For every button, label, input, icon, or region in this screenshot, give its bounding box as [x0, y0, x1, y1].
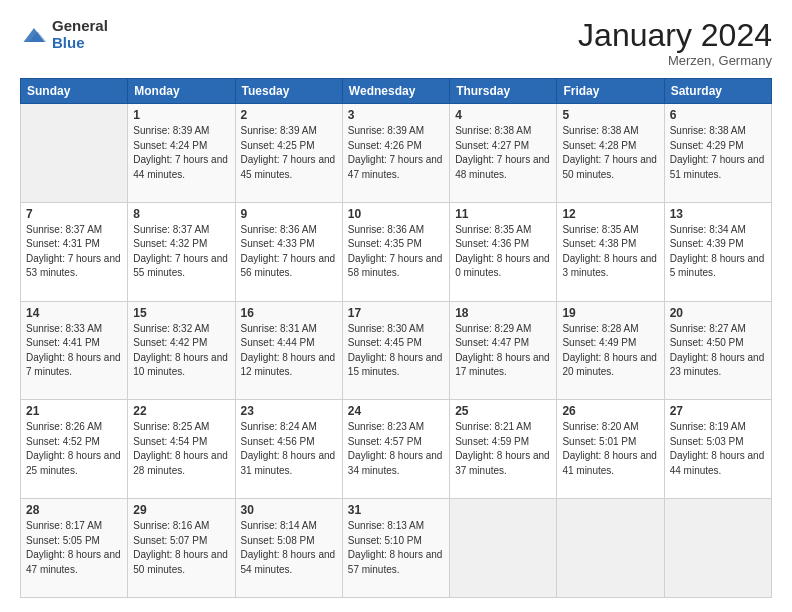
logo-icon — [20, 21, 48, 49]
col-monday: Monday — [128, 79, 235, 104]
cell-content: Sunrise: 8:36 AMSunset: 4:33 PMDaylight:… — [241, 223, 337, 281]
calendar-cell — [450, 499, 557, 598]
calendar-cell: 30Sunrise: 8:14 AMSunset: 5:08 PMDayligh… — [235, 499, 342, 598]
calendar-cell: 25Sunrise: 8:21 AMSunset: 4:59 PMDayligh… — [450, 400, 557, 499]
cell-content: Sunrise: 8:37 AMSunset: 4:31 PMDaylight:… — [26, 223, 122, 281]
cell-content: Sunrise: 8:32 AMSunset: 4:42 PMDaylight:… — [133, 322, 229, 380]
calendar-cell: 28Sunrise: 8:17 AMSunset: 5:05 PMDayligh… — [21, 499, 128, 598]
calendar-cell: 5Sunrise: 8:38 AMSunset: 4:28 PMDaylight… — [557, 104, 664, 203]
day-number: 5 — [562, 108, 658, 122]
day-number: 14 — [26, 306, 122, 320]
day-number: 20 — [670, 306, 766, 320]
day-number: 15 — [133, 306, 229, 320]
calendar-week-0: 1Sunrise: 8:39 AMSunset: 4:24 PMDaylight… — [21, 104, 772, 203]
cell-content: Sunrise: 8:38 AMSunset: 4:29 PMDaylight:… — [670, 124, 766, 182]
cell-content: Sunrise: 8:38 AMSunset: 4:28 PMDaylight:… — [562, 124, 658, 182]
cell-content: Sunrise: 8:38 AMSunset: 4:27 PMDaylight:… — [455, 124, 551, 182]
calendar-header: Sunday Monday Tuesday Wednesday Thursday… — [21, 79, 772, 104]
calendar-cell: 29Sunrise: 8:16 AMSunset: 5:07 PMDayligh… — [128, 499, 235, 598]
day-number: 4 — [455, 108, 551, 122]
calendar-cell: 22Sunrise: 8:25 AMSunset: 4:54 PMDayligh… — [128, 400, 235, 499]
calendar-cell: 10Sunrise: 8:36 AMSunset: 4:35 PMDayligh… — [342, 202, 449, 301]
cell-content: Sunrise: 8:26 AMSunset: 4:52 PMDaylight:… — [26, 420, 122, 478]
location: Merzen, Germany — [578, 53, 772, 68]
day-number: 24 — [348, 404, 444, 418]
cell-content: Sunrise: 8:39 AMSunset: 4:24 PMDaylight:… — [133, 124, 229, 182]
calendar-cell: 2Sunrise: 8:39 AMSunset: 4:25 PMDaylight… — [235, 104, 342, 203]
day-number: 18 — [455, 306, 551, 320]
day-number: 1 — [133, 108, 229, 122]
logo-blue-text: Blue — [52, 35, 108, 52]
day-number: 12 — [562, 207, 658, 221]
calendar-cell — [557, 499, 664, 598]
day-number: 11 — [455, 207, 551, 221]
cell-content: Sunrise: 8:13 AMSunset: 5:10 PMDaylight:… — [348, 519, 444, 577]
cell-content: Sunrise: 8:28 AMSunset: 4:49 PMDaylight:… — [562, 322, 658, 380]
cell-content: Sunrise: 8:19 AMSunset: 5:03 PMDaylight:… — [670, 420, 766, 478]
calendar-cell: 7Sunrise: 8:37 AMSunset: 4:31 PMDaylight… — [21, 202, 128, 301]
cell-content: Sunrise: 8:25 AMSunset: 4:54 PMDaylight:… — [133, 420, 229, 478]
col-sunday: Sunday — [21, 79, 128, 104]
day-number: 10 — [348, 207, 444, 221]
cell-content: Sunrise: 8:14 AMSunset: 5:08 PMDaylight:… — [241, 519, 337, 577]
day-number: 6 — [670, 108, 766, 122]
calendar-cell — [21, 104, 128, 203]
day-number: 21 — [26, 404, 122, 418]
day-number: 9 — [241, 207, 337, 221]
cell-content: Sunrise: 8:34 AMSunset: 4:39 PMDaylight:… — [670, 223, 766, 281]
calendar-week-1: 7Sunrise: 8:37 AMSunset: 4:31 PMDaylight… — [21, 202, 772, 301]
title-block: January 2024 Merzen, Germany — [578, 18, 772, 68]
day-number: 22 — [133, 404, 229, 418]
calendar-table: Sunday Monday Tuesday Wednesday Thursday… — [20, 78, 772, 598]
calendar-cell: 21Sunrise: 8:26 AMSunset: 4:52 PMDayligh… — [21, 400, 128, 499]
day-number: 17 — [348, 306, 444, 320]
header: General Blue January 2024 Merzen, German… — [20, 18, 772, 68]
cell-content: Sunrise: 8:35 AMSunset: 4:36 PMDaylight:… — [455, 223, 551, 281]
cell-content: Sunrise: 8:31 AMSunset: 4:44 PMDaylight:… — [241, 322, 337, 380]
calendar-cell: 16Sunrise: 8:31 AMSunset: 4:44 PMDayligh… — [235, 301, 342, 400]
cell-content: Sunrise: 8:35 AMSunset: 4:38 PMDaylight:… — [562, 223, 658, 281]
col-friday: Friday — [557, 79, 664, 104]
col-tuesday: Tuesday — [235, 79, 342, 104]
day-number: 29 — [133, 503, 229, 517]
cell-content: Sunrise: 8:27 AMSunset: 4:50 PMDaylight:… — [670, 322, 766, 380]
calendar-cell: 17Sunrise: 8:30 AMSunset: 4:45 PMDayligh… — [342, 301, 449, 400]
calendar-cell: 14Sunrise: 8:33 AMSunset: 4:41 PMDayligh… — [21, 301, 128, 400]
col-saturday: Saturday — [664, 79, 771, 104]
calendar-cell: 6Sunrise: 8:38 AMSunset: 4:29 PMDaylight… — [664, 104, 771, 203]
cell-content: Sunrise: 8:17 AMSunset: 5:05 PMDaylight:… — [26, 519, 122, 577]
calendar-cell: 11Sunrise: 8:35 AMSunset: 4:36 PMDayligh… — [450, 202, 557, 301]
day-number: 3 — [348, 108, 444, 122]
day-number: 30 — [241, 503, 337, 517]
cell-content: Sunrise: 8:33 AMSunset: 4:41 PMDaylight:… — [26, 322, 122, 380]
calendar-cell: 9Sunrise: 8:36 AMSunset: 4:33 PMDaylight… — [235, 202, 342, 301]
page: General Blue January 2024 Merzen, German… — [0, 0, 792, 612]
calendar-cell: 18Sunrise: 8:29 AMSunset: 4:47 PMDayligh… — [450, 301, 557, 400]
day-number: 27 — [670, 404, 766, 418]
calendar-body: 1Sunrise: 8:39 AMSunset: 4:24 PMDaylight… — [21, 104, 772, 598]
calendar-cell: 27Sunrise: 8:19 AMSunset: 5:03 PMDayligh… — [664, 400, 771, 499]
day-number: 8 — [133, 207, 229, 221]
calendar-cell: 15Sunrise: 8:32 AMSunset: 4:42 PMDayligh… — [128, 301, 235, 400]
calendar-cell: 31Sunrise: 8:13 AMSunset: 5:10 PMDayligh… — [342, 499, 449, 598]
calendar-cell: 8Sunrise: 8:37 AMSunset: 4:32 PMDaylight… — [128, 202, 235, 301]
cell-content: Sunrise: 8:16 AMSunset: 5:07 PMDaylight:… — [133, 519, 229, 577]
calendar-cell: 1Sunrise: 8:39 AMSunset: 4:24 PMDaylight… — [128, 104, 235, 203]
cell-content: Sunrise: 8:29 AMSunset: 4:47 PMDaylight:… — [455, 322, 551, 380]
calendar-cell: 4Sunrise: 8:38 AMSunset: 4:27 PMDaylight… — [450, 104, 557, 203]
day-number: 7 — [26, 207, 122, 221]
day-number: 13 — [670, 207, 766, 221]
cell-content: Sunrise: 8:39 AMSunset: 4:25 PMDaylight:… — [241, 124, 337, 182]
calendar-cell: 23Sunrise: 8:24 AMSunset: 4:56 PMDayligh… — [235, 400, 342, 499]
logo: General Blue — [20, 18, 108, 51]
calendar-cell: 24Sunrise: 8:23 AMSunset: 4:57 PMDayligh… — [342, 400, 449, 499]
cell-content: Sunrise: 8:20 AMSunset: 5:01 PMDaylight:… — [562, 420, 658, 478]
col-thursday: Thursday — [450, 79, 557, 104]
calendar-week-3: 21Sunrise: 8:26 AMSunset: 4:52 PMDayligh… — [21, 400, 772, 499]
calendar-cell: 20Sunrise: 8:27 AMSunset: 4:50 PMDayligh… — [664, 301, 771, 400]
day-number: 26 — [562, 404, 658, 418]
calendar-cell: 12Sunrise: 8:35 AMSunset: 4:38 PMDayligh… — [557, 202, 664, 301]
day-number: 28 — [26, 503, 122, 517]
calendar-week-2: 14Sunrise: 8:33 AMSunset: 4:41 PMDayligh… — [21, 301, 772, 400]
calendar-cell: 19Sunrise: 8:28 AMSunset: 4:49 PMDayligh… — [557, 301, 664, 400]
